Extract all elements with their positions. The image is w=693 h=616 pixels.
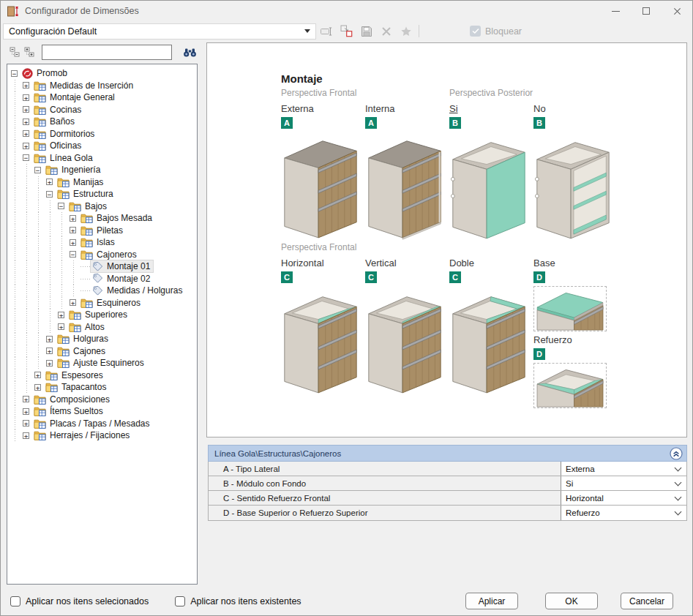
tree-item-altos[interactable]: +Altos <box>10 321 197 334</box>
expand-node-toggle[interactable]: + <box>23 106 29 113</box>
favorite-config-button[interactable] <box>397 23 415 40</box>
tree-node[interactable]: Piletas <box>79 225 126 236</box>
tree-node[interactable]: Medidas de Inserción <box>32 80 136 91</box>
tree-node[interactable]: Espesores <box>44 369 106 381</box>
collapse-node-toggle[interactable]: − <box>58 203 64 209</box>
apply-existing-items-checkbox[interactable]: Aplicar nos itens existentes <box>175 596 301 606</box>
expand-node-toggle[interactable]: + <box>23 432 29 439</box>
tree-node[interactable]: Montaje 02 <box>91 273 153 285</box>
tree-node[interactable]: Montaje 01 <box>91 260 153 272</box>
close-button[interactable] <box>662 1 692 21</box>
find-button[interactable] <box>181 45 198 59</box>
apply-button[interactable]: Aplicar <box>465 593 518 609</box>
expand-node-toggle[interactable]: + <box>23 94 29 101</box>
tree-item-manijas[interactable]: +Manijas <box>10 176 197 189</box>
collapse-node-toggle[interactable]: − <box>46 191 53 198</box>
tree-item-herrajes-fijaciones[interactable]: +Herrajes / Fijaciones <box>10 429 197 442</box>
expand-node-toggle[interactable]: + <box>34 372 41 378</box>
tree-item-ba-os[interactable]: +Baños <box>10 116 197 128</box>
expand-node-toggle[interactable]: + <box>70 239 76 246</box>
tree-node[interactable]: Altos <box>67 321 108 333</box>
minimize-button[interactable] <box>600 1 631 21</box>
tree-node[interactable]: Montaje General <box>32 91 118 103</box>
tree-node[interactable]: Superiores <box>67 309 130 320</box>
tree-item-oficinas[interactable]: +Oficinas <box>10 140 197 152</box>
tree-node[interactable]: Herrajes / Fijaciones <box>32 429 132 441</box>
property-value-select[interactable]: Refuerzo <box>561 506 686 520</box>
tree-item-composiciones[interactable]: +Composiciones <box>10 394 197 406</box>
collapse-all-button[interactable] <box>9 46 21 59</box>
search-input[interactable] <box>42 45 173 60</box>
tree-item-medidas-holguras[interactable]: Medidas / Holguras <box>10 285 197 297</box>
expand-node-toggle[interactable]: + <box>46 348 53 354</box>
expand-node-toggle[interactable]: + <box>23 143 29 149</box>
rename-config-button[interactable] <box>318 23 336 40</box>
tree-item-promob[interactable]: −Promob <box>10 67 197 80</box>
collapse-node-toggle[interactable]: − <box>23 154 29 161</box>
tree-node[interactable]: Cocinas <box>32 104 84 116</box>
apply-selected-items-checkbox[interactable]: Aplicar nos itens selecionados <box>10 596 149 606</box>
tree-node[interactable]: Estructura <box>56 188 116 200</box>
property-value-select[interactable]: Externa <box>561 462 686 476</box>
expand-node-toggle[interactable]: + <box>58 323 64 330</box>
copy-config-button[interactable] <box>337 23 356 40</box>
tree-item-esquineros[interactable]: +Esquineros <box>10 297 197 309</box>
tree-node[interactable]: Holguras <box>56 333 111 345</box>
tree-item-montaje-02[interactable]: Montaje 02 <box>10 273 197 285</box>
ok-button[interactable]: OK <box>545 593 598 609</box>
tree-item-estructura[interactable]: −Estructura <box>10 188 197 200</box>
tree-item-montaje-general[interactable]: +Montaje General <box>10 91 197 104</box>
expand-node-toggle[interactable]: + <box>58 312 64 318</box>
tree-item-medidas-de-inserci-n[interactable]: +Medidas de Inserción <box>10 80 197 92</box>
tree-item-montaje-01[interactable]: Montaje 01 <box>10 260 197 273</box>
delete-config-button[interactable] <box>377 23 395 40</box>
config-selector[interactable]: Configuración Default <box>3 23 316 40</box>
tree-node[interactable]: Ajuste Esquineros <box>56 357 147 369</box>
collapse-node-toggle[interactable]: − <box>34 167 41 173</box>
expand-all-button[interactable] <box>23 46 36 59</box>
tree-item-tapacantos[interactable]: +Tapacantos <box>10 381 197 394</box>
tree-node[interactable]: Composiciones <box>32 394 113 405</box>
expand-node-toggle[interactable]: + <box>46 360 53 367</box>
tree-item-cajoneros[interactable]: −Cajoneros <box>10 249 197 261</box>
expand-node-toggle[interactable]: + <box>46 179 53 185</box>
tree-item-ajuste-esquineros[interactable]: +Ajuste Esquineros <box>10 357 197 369</box>
bloquear-checkbox[interactable]: Bloquear <box>470 26 522 37</box>
expand-node-toggle[interactable]: + <box>70 215 76 222</box>
tree-node[interactable]: Bajos <box>67 200 110 212</box>
expand-node-toggle[interactable]: + <box>23 420 29 427</box>
tree-node[interactable]: Oficinas <box>32 140 84 151</box>
maximize-button[interactable] <box>631 1 662 21</box>
tree-item-superiores[interactable]: +Superiores <box>10 309 197 321</box>
tree-item-tems-sueltos[interactable]: +Ítems Sueltos <box>10 405 197 418</box>
expand-node-toggle[interactable]: + <box>23 82 29 89</box>
collapse-node-toggle[interactable]: − <box>70 251 76 258</box>
tree-node[interactable]: Manijas <box>56 176 106 188</box>
tree-item-dormitorios[interactable]: +Dormitorios <box>10 128 197 140</box>
tree-node[interactable]: Cajones <box>56 345 108 357</box>
tree-node[interactable]: Tapacantos <box>44 381 109 393</box>
property-value-select[interactable]: Horizontal <box>561 491 686 505</box>
tree-node[interactable]: Islas <box>79 236 118 248</box>
tree-node[interactable]: Placas / Tapas / Mesadas <box>32 418 153 429</box>
tree-node[interactable]: Medidas / Holguras <box>91 285 185 296</box>
tree-item-islas[interactable]: +Islas <box>10 236 197 249</box>
tree-node[interactable]: Línea Gola <box>32 152 96 164</box>
tree-item-cocinas[interactable]: +Cocinas <box>10 104 197 116</box>
tree-node[interactable]: Cajoneros <box>79 249 140 260</box>
tree-item-ingenier-a[interactable]: −Ingeniería <box>10 164 197 176</box>
collapse-node-toggle[interactable]: − <box>11 70 18 77</box>
expand-node-toggle[interactable]: + <box>23 119 29 125</box>
tree-node[interactable]: Ingeniería <box>44 164 103 176</box>
tree-item-espesores[interactable]: +Espesores <box>10 369 197 382</box>
save-config-button[interactable] <box>357 23 375 40</box>
tree-item-placas-tapas-mesadas[interactable]: +Placas / Tapas / Mesadas <box>10 418 197 430</box>
tree-node[interactable]: Promob <box>20 67 70 79</box>
tree-node[interactable]: Ítems Sueltos <box>32 405 106 417</box>
tree-item-cajones[interactable]: +Cajones <box>10 345 197 358</box>
expand-node-toggle[interactable]: + <box>70 227 76 233</box>
collapse-panel-button[interactable] <box>670 447 683 460</box>
tree-node[interactable]: Dormitorios <box>32 128 97 140</box>
tree-item-bajos[interactable]: −Bajos <box>10 200 197 213</box>
tree-item-holguras[interactable]: +Holguras <box>10 333 197 345</box>
